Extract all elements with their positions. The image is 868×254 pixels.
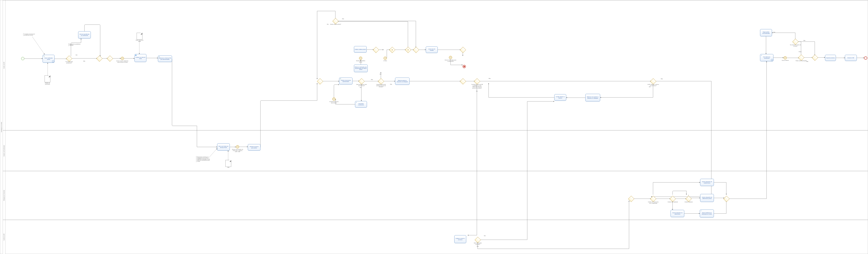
flow-condition-label: Sim xyxy=(773,32,775,33)
task-type-icon: 📎 xyxy=(340,78,341,80)
t-analisar-nf[interactable]: 👤Analisar as notas de saída xyxy=(134,54,146,62)
flow-condition-label: Não xyxy=(661,78,663,80)
task-type-icon: 📎 xyxy=(158,56,160,57)
t-negar[interactable]: Negar pedido reconsideração xyxy=(760,29,772,36)
task-label: Abrir uma Ordem de Serviço Fiscal xyxy=(218,146,229,148)
flow-condition-label: Pediu xyxy=(799,51,801,52)
t-indef[interactable]: Assinar despacho de indeferimento xyxy=(700,179,714,186)
task-label: Informar pendências ao contribuinte xyxy=(79,34,90,36)
bpmn-canvas: Habilitação de crédito Auditor da IEFIns… xyxy=(0,0,868,254)
task-label: Negar pedido reconsideração xyxy=(761,31,771,34)
t-elab-parecer[interactable]: Elaborar parecer e despacho ao Delegado xyxy=(395,78,409,85)
flow-condition-label: Não xyxy=(806,61,808,62)
e-catch-doc[interactable]: ✉ xyxy=(332,97,336,101)
t-verif[interactable]: 📎Fazer verificação prévia+ xyxy=(42,55,55,63)
t-encerrar[interactable]: Encerrar OSF xyxy=(845,55,857,61)
flow-condition-label: Sim xyxy=(327,24,329,25)
task-label: Lavrar auto de infração xyxy=(427,49,437,51)
d-osf[interactable] xyxy=(225,160,231,167)
lane-lane1: Auditor da IEF xyxy=(3,0,868,130)
flow-condition-label: Não xyxy=(83,61,85,62)
subprocess-expand-icon[interactable]: + xyxy=(52,61,54,62)
t-abrir-osf[interactable]: Abrir uma Ordem de Serviço Fiscal xyxy=(217,143,230,150)
lane-label: Auxiliar da IEF xyxy=(3,220,5,254)
t-informar[interactable]: Informar pendências ao contribuinte xyxy=(78,31,91,38)
t-distribuir[interactable]: Distribuir processo para auditor xyxy=(248,144,260,150)
gateway-label: Será necessária correção? xyxy=(472,243,484,245)
e-tomou[interactable]: ✉ xyxy=(783,56,787,59)
gateway-label: Crédito habitável xyxy=(683,201,694,203)
event-label: Enviou arquivo digital de notas fiscais … xyxy=(117,60,128,63)
e-throw-nf[interactable]: ✉ xyxy=(121,57,124,60)
flow-condition-label: Não xyxy=(371,79,373,80)
flow-condition-label: Não xyxy=(477,246,479,247)
task-label: Assinar despacho de deferimento xyxy=(671,212,684,215)
lane-label-text: Auditor da IEF xyxy=(3,62,4,69)
event-label: Enviou informações da OSF para o sistema… xyxy=(231,149,244,152)
t-arquivar[interactable]: Arquivar processo xyxy=(825,55,836,61)
t-selecionar[interactable]: 📎Selecionar e informar NFs para apresent… xyxy=(158,56,172,62)
task-label: Elaborar novo parecer e despacho ao dele… xyxy=(586,96,599,99)
e-throw-defesa[interactable]: ✉ xyxy=(359,57,362,60)
flow-condition-label: Sim xyxy=(476,91,478,92)
event-label: 10 dias xyxy=(379,60,391,61)
e-start[interactable] xyxy=(21,57,24,60)
task-label: Fazer verificação prévia xyxy=(43,57,54,60)
event-glyph-icon: ✉ xyxy=(333,98,335,100)
t-emitir[interactable]: 📄Emitir certificado de habilitação de cr… xyxy=(700,209,714,218)
dataobject-label: Notas fiscais de saída xyxy=(134,39,145,42)
lane-label: Delegado de Fazenda xyxy=(3,171,5,220)
task-type-icon: 👤 xyxy=(135,55,136,56)
gateway-label: Pediu reconsideração? xyxy=(796,60,807,61)
t-lavrar[interactable]: Lavrar auto de infração xyxy=(426,47,438,53)
t-comunicar[interactable]: ✉Comunicar contribuinte xyxy=(355,101,367,108)
task-label: Emitir certificado de habilitação de cre… xyxy=(701,212,713,215)
task-type-icon: 📎 xyxy=(43,55,44,57)
lane-lane2: Inspetor da fiscalização xyxy=(3,130,868,171)
t-analisar-doc[interactable]: 📎Analisar documentos apresentados xyxy=(339,78,352,84)
e-throw-osf[interactable]: ✉ xyxy=(236,145,239,148)
event-glyph-icon: ✉ xyxy=(237,146,238,147)
e-end[interactable] xyxy=(864,56,867,60)
t-def[interactable]: Assinar despacho de deferimento xyxy=(671,210,684,217)
lane-lane3: Delegado de Fazenda xyxy=(3,171,868,220)
a-consiste: Consiste na busca por pendências fiscais xyxy=(23,33,39,36)
lane-label: Inspetor da fiscalização xyxy=(3,131,5,171)
e-throw-sys[interactable]: ✉ xyxy=(449,56,452,59)
gateway-label: No escrito do prazo de 30 dias? xyxy=(790,44,801,47)
d-notas[interactable] xyxy=(136,33,143,39)
task-label: Analisar documentos apresentados xyxy=(340,80,352,82)
event-glyph-icon: ✉ xyxy=(450,57,451,58)
pool-label: Habilitação de crédito xyxy=(0,0,3,254)
flow-condition-label: Não xyxy=(489,78,491,79)
gateway-label: Crédito não habitável xyxy=(667,201,679,203)
task-label: Analisar e instruir o processo xyxy=(455,238,465,241)
t-elab-notif[interactable]: Elaborar notificação para apresentação d… xyxy=(354,64,368,72)
event-glyph-icon: ⏱ xyxy=(384,58,386,59)
t-def-parc[interactable]: Assinar despacho de deferimento parcial xyxy=(700,194,714,202)
flow-condition-label: Sim xyxy=(360,87,362,88)
flow-condition-label: Sim xyxy=(649,86,651,87)
t-analisar-proc[interactable]: Analisar e instruir o processo xyxy=(454,235,466,243)
e-timer[interactable]: ⏱ xyxy=(383,57,387,60)
t-corrigir[interactable]: Corrigir valores no sistema xyxy=(554,94,566,101)
task-label: Arquivar processo xyxy=(826,57,835,59)
task-label: Elaborar notificação para apresentação d… xyxy=(355,66,367,70)
t-ciencia[interactable]: ✉Dar ciência ao contribuinte+ xyxy=(760,54,773,61)
subprocess-expand-icon[interactable]: + xyxy=(771,59,773,61)
a-prot: Protocolou processo na Delegacia com as … xyxy=(196,156,212,162)
flow-condition-label: Sim xyxy=(484,235,486,236)
task-label: Analisar as notas de saída xyxy=(135,57,146,59)
gateway-label: Irregularidade fiscal passível de auto d… xyxy=(375,84,387,87)
gateway-label: Será necessário mais documentos? xyxy=(356,84,367,86)
e-term[interactable] xyxy=(463,65,466,68)
lane-lane4: Auxiliar da IEF xyxy=(3,220,868,254)
d-pedido[interactable] xyxy=(44,75,50,82)
lane-label-text: Inspetor da fiscalização xyxy=(3,145,4,157)
event-glyph-icon: ✉ xyxy=(785,57,786,59)
t-elab-novo[interactable]: Elaborar novo parecer e despacho ao dele… xyxy=(585,94,600,102)
event-glyph-icon: ✉ xyxy=(360,57,361,59)
t-defesa[interactable]: Avaliar a defesa prévia xyxy=(354,46,367,53)
task-label: Encerrar OSF xyxy=(847,57,854,59)
event-label: Tomou ciência xyxy=(779,60,791,61)
